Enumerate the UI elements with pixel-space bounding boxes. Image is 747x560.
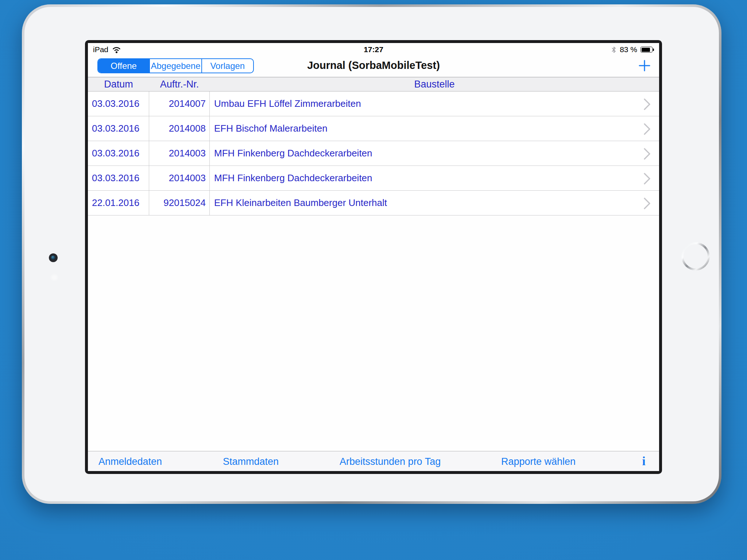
table-row[interactable]: 03.03.2016 2014007 Umbau EFH Löffel Zimm… — [88, 92, 659, 116]
cell-auftr-nr: 2014003 — [149, 166, 210, 190]
chevron-right-icon — [643, 147, 651, 163]
toolbar-stammdaten[interactable]: Stammdaten — [223, 456, 279, 467]
toolbar-anmeldedaten[interactable]: Anmeldedaten — [98, 456, 162, 467]
cell-auftr-nr: 2014003 — [149, 141, 210, 166]
status-time: 17:27 — [88, 45, 659, 54]
cell-datum: 03.03.2016 — [88, 92, 149, 116]
cell-baustelle: Umbau EFH Löffel Zimmerarbeiten — [210, 92, 659, 116]
table-row[interactable]: 03.03.2016 2014003 MFH Finkenberg Dachde… — [88, 166, 659, 191]
cell-datum: 03.03.2016 — [88, 116, 149, 141]
toolbar-rapporte[interactable]: Rapporte wählen — [501, 456, 576, 467]
page-title: Journal (SorbaMobileTest) — [88, 59, 659, 71]
toolbar-arbeitsstunden[interactable]: Arbeitsstunden pro Tag — [340, 456, 441, 467]
front-camera — [49, 253, 58, 262]
cell-auftr-nr: 2014008 — [149, 116, 210, 141]
chevron-right-icon — [643, 122, 651, 138]
status-bar: iPad 17:27 83 % — [88, 43, 659, 56]
chevron-right-icon — [643, 197, 651, 213]
ipad-device-frame: iPad 17:27 83 % — [22, 4, 721, 504]
nav-bar: Offene Abgegebene Vorlagen Journal (Sorb… — [88, 56, 659, 77]
header-datum: Datum — [88, 77, 149, 91]
camera-lens-icon — [51, 256, 55, 260]
plus-icon — [637, 58, 652, 73]
table-row[interactable]: 03.03.2016 2014003 MFH Finkenberg Dachde… — [88, 141, 659, 166]
journal-app: iPad 17:27 83 % — [88, 43, 659, 471]
table-row[interactable]: 22.01.2016 92015024 EFH Kleinarbeiten Ba… — [88, 191, 659, 215]
cell-auftr-nr: 2014007 — [149, 92, 210, 116]
cell-datum: 22.01.2016 — [88, 191, 149, 215]
info-icon[interactable]: i — [637, 454, 650, 468]
cell-baustelle: EFH Kleinarbeiten Baumberger Unterhalt — [210, 191, 659, 215]
table-header-row: Datum Auftr.-Nr. Baustelle — [88, 77, 659, 92]
camera-reflection — [51, 275, 58, 280]
cell-datum: 03.03.2016 — [88, 141, 149, 166]
cell-baustelle: MFH Finkenberg Dachdeckerarbeiten — [210, 141, 659, 166]
bottom-toolbar: Anmeldedaten Stammdaten Arbeitsstunden p… — [88, 451, 659, 471]
cell-datum: 03.03.2016 — [88, 166, 149, 190]
home-button-ring-icon — [679, 240, 712, 273]
cell-baustelle: EFH Bischof Malerarbeiten — [210, 116, 659, 141]
header-baustelle: Baustelle — [210, 77, 659, 91]
chevron-right-icon — [643, 98, 651, 113]
header-auftr-nr: Auftr.-Nr. — [149, 77, 210, 91]
table-row[interactable]: 03.03.2016 2014008 EFH Bischof Malerarbe… — [88, 116, 659, 141]
home-button[interactable] — [679, 240, 712, 273]
journal-table: Datum Auftr.-Nr. Baustelle 03.03.2016 20… — [88, 77, 659, 215]
chevron-right-icon — [643, 172, 651, 188]
add-button[interactable] — [636, 58, 653, 74]
ipad-screen: iPad 17:27 83 % — [85, 40, 662, 474]
cell-auftr-nr: 92015024 — [149, 191, 210, 215]
cell-baustelle: MFH Finkenberg Dachdeckerarbeiten — [210, 166, 659, 190]
